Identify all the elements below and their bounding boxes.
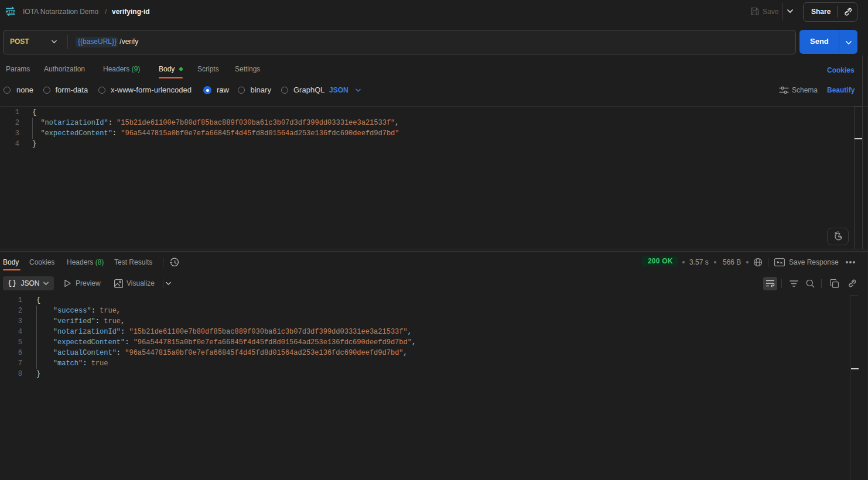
svg-text:HTTP: HTTP	[6, 9, 16, 15]
